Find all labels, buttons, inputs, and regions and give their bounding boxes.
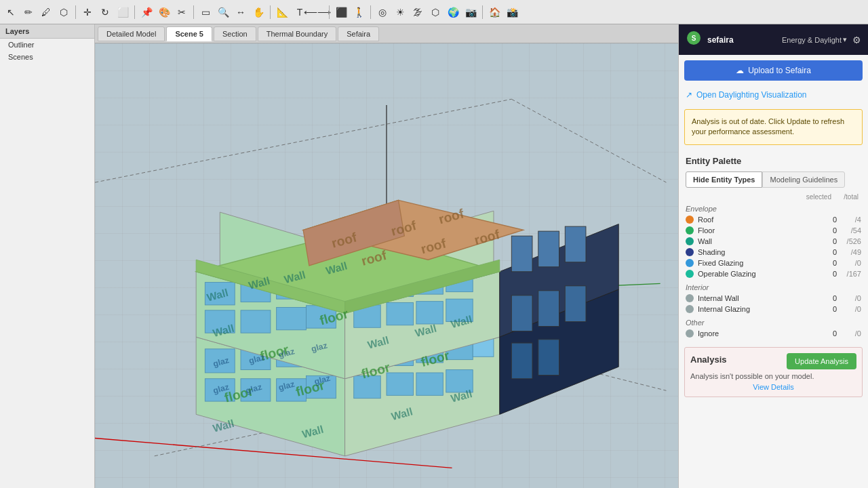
svg-rect-23	[387, 373, 413, 395]
roof-color-dot	[686, 216, 694, 224]
left-panel: Layers Outliner Scenes	[0, 24, 95, 488]
model-svg: floor floor floor floor floor floor Wall…	[95, 43, 678, 488]
entity-column-headers: selected /total	[686, 193, 861, 201]
svg-rect-49	[538, 231, 559, 267]
canvas-area[interactable]: floor floor floor floor floor floor Wall…	[95, 43, 678, 488]
main-area: Layers Outliner Scenes Detailed Model Sc…	[0, 24, 868, 488]
internal-glazing-selected-count: 0	[816, 305, 837, 313]
entity-type-tabs: Hide Entity Types Modeling Guidelines	[686, 171, 861, 188]
entity-palette-title: Entity Palette	[686, 156, 861, 166]
energy-daylight-dropdown[interactable]: Energy & Daylight ▾	[782, 35, 847, 44]
fixed-glazing-label: Fixed Glazing	[698, 259, 812, 267]
material-tool[interactable]: ⬡	[427, 4, 443, 20]
tab-section[interactable]: Section	[214, 26, 256, 41]
interior-section-label: Interior	[686, 283, 861, 291]
walkthrough-tool[interactable]: 🚶	[351, 4, 367, 20]
svg-line-3	[95, 99, 511, 182]
paint-tool[interactable]: 🎨	[156, 4, 172, 20]
warning-text: Analysis is out of date. Click Update to…	[692, 117, 844, 136]
measure-tool[interactable]: 📐	[274, 4, 290, 20]
wall-selected-count: 0	[816, 237, 837, 245]
orbit-tool[interactable]: ↔	[233, 4, 249, 20]
upload-to-sefaira-button[interactable]: ☁ Upload to Sefaira	[684, 60, 863, 81]
fog-tool[interactable]: 🌫	[410, 4, 426, 20]
sefaira-header: S sefaira Energy & Daylight ▾ ⚙	[679, 24, 868, 55]
svg-line-0	[95, 438, 452, 468]
separator-5	[329, 5, 330, 19]
layers-header: Layers	[0, 24, 94, 39]
analysis-title: Analysis	[690, 354, 726, 365]
pen-tool[interactable]: 🖊	[38, 4, 54, 20]
internal-wall-selected-count: 0	[816, 294, 837, 302]
svg-rect-24	[416, 373, 443, 395]
envelope-section-label: Envelope	[686, 205, 861, 213]
separator-3	[193, 5, 194, 19]
rectangle-tool[interactable]: ▭	[197, 4, 214, 20]
dim-tool[interactable]: ⟵⟶	[309, 4, 326, 20]
style-tool[interactable]: ◎	[374, 4, 391, 20]
layer-outliner[interactable]: Outliner	[0, 39, 94, 51]
tab-thermal-boundary[interactable]: Thermal Boundary	[258, 26, 337, 41]
wall-label: Wall	[698, 237, 812, 245]
separator-2	[134, 5, 135, 19]
other-section-label: Other	[686, 319, 861, 327]
section-cut-tool[interactable]: ⬛	[333, 4, 349, 20]
open-daylighting-link[interactable]: ↗ Open Daylighting Visualization	[679, 86, 868, 104]
pin-tool[interactable]: 📌	[138, 4, 155, 20]
entity-row-wall: Wall 0 /526	[686, 236, 861, 247]
svg-rect-51	[511, 296, 532, 331]
entity-row-operable-glazing: Operable Glazing 0 /167	[686, 268, 861, 279]
internal-wall-color-dot	[686, 294, 694, 302]
shadow-tool[interactable]: ☀	[392, 4, 408, 20]
view-details-link[interactable]: View Details	[690, 383, 856, 391]
internal-wall-label: Internal Wall	[698, 294, 812, 302]
wall-color-dot	[686, 237, 694, 245]
separator-7	[482, 5, 483, 19]
fixed-glazing-selected-count: 0	[816, 259, 837, 267]
layer-scenes[interactable]: Scenes	[0, 51, 94, 63]
photo-btn[interactable]: 📸	[504, 4, 520, 20]
scale-tool[interactable]: ⬜	[115, 4, 131, 20]
erase-tool[interactable]: ✂	[174, 4, 190, 20]
col-total-header: /total	[831, 193, 859, 201]
upload-btn-label: Upload to Sefaira	[748, 66, 811, 75]
camera-tool[interactable]: 📷	[462, 4, 479, 20]
pencil-tool[interactable]: ✏	[20, 4, 37, 20]
shape-tool[interactable]: ⬡	[56, 4, 72, 20]
separator-4	[270, 5, 271, 19]
svg-rect-53	[565, 286, 586, 322]
shading-selected-count: 0	[816, 248, 837, 256]
tab-detailed-model[interactable]: Detailed Model	[98, 26, 165, 41]
home-btn[interactable]: 🏠	[486, 4, 502, 20]
geo-tool[interactable]: 🌍	[445, 4, 461, 20]
tab-modeling-guidelines[interactable]: Modeling Guidelines	[762, 171, 845, 188]
move-tool[interactable]: ✛	[79, 4, 96, 20]
tab-sefaira[interactable]: Sefaira	[338, 26, 379, 41]
ignore-color-dot	[686, 329, 694, 338]
tab-scene5[interactable]: Scene 5	[166, 26, 212, 41]
upload-cloud-icon: ☁	[736, 66, 744, 75]
floor-label: Floor	[698, 226, 812, 235]
rotate-tool[interactable]: ↻	[97, 4, 113, 20]
entity-palette: Entity Palette Hide Entity Types Modelin…	[679, 150, 868, 344]
fixed-glazing-total: /0	[841, 259, 861, 267]
energy-daylight-label: Energy & Daylight	[782, 36, 842, 44]
svg-rect-48	[511, 236, 532, 272]
operable-glazing-label: Operable Glazing	[698, 270, 812, 278]
zoom-tool[interactable]: 🔍	[215, 4, 231, 20]
pan-tool[interactable]: ✋	[250, 4, 267, 20]
floor-selected-count: 0	[816, 226, 837, 235]
settings-button[interactable]: ⚙	[852, 35, 861, 45]
update-analysis-button[interactable]: Update Analysis	[787, 353, 856, 369]
fixed-glazing-color-dot	[686, 259, 694, 267]
tab-hide-entity-types[interactable]: Hide Entity Types	[686, 171, 762, 188]
select-tool[interactable]: ↖	[3, 4, 19, 20]
operable-glazing-selected-count: 0	[816, 270, 837, 278]
svg-rect-34	[277, 307, 307, 329]
shading-total: /49	[841, 248, 861, 256]
entity-row-internal-glazing: Internal Glazing 0 /0	[686, 304, 861, 314]
viewport: Detailed Model Scene 5 Section Thermal B…	[95, 24, 678, 488]
internal-glazing-total: /0	[841, 305, 861, 313]
analysis-warning-banner: Analysis is out of date. Click Update to…	[684, 109, 863, 145]
entity-row-internal-wall: Internal Wall 0 /0	[686, 293, 861, 304]
